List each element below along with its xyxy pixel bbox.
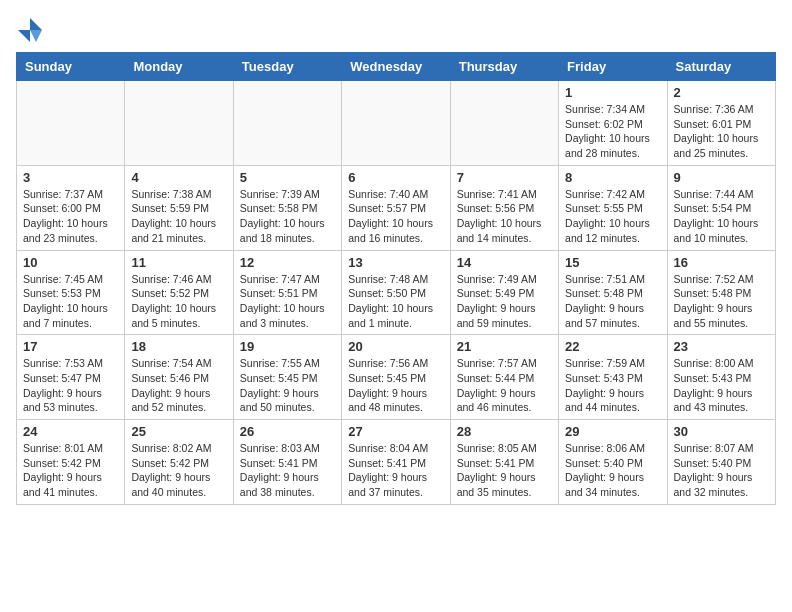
day-number: 14 [457,255,552,270]
day-detail: Sunrise: 7:53 AM Sunset: 5:47 PM Dayligh… [23,356,118,415]
day-number: 5 [240,170,335,185]
day-number: 10 [23,255,118,270]
day-number: 7 [457,170,552,185]
day-detail: Sunrise: 7:44 AM Sunset: 5:54 PM Dayligh… [674,187,769,246]
day-detail: Sunrise: 7:59 AM Sunset: 5:43 PM Dayligh… [565,356,660,415]
calendar-cell: 29Sunrise: 8:06 AM Sunset: 5:40 PM Dayli… [559,420,667,505]
calendar-cell: 9Sunrise: 7:44 AM Sunset: 5:54 PM Daylig… [667,165,775,250]
calendar-cell [450,81,558,166]
weekday-header: Saturday [667,53,775,81]
calendar-cell: 21Sunrise: 7:57 AM Sunset: 5:44 PM Dayli… [450,335,558,420]
day-detail: Sunrise: 7:57 AM Sunset: 5:44 PM Dayligh… [457,356,552,415]
day-number: 27 [348,424,443,439]
day-detail: Sunrise: 8:05 AM Sunset: 5:41 PM Dayligh… [457,441,552,500]
weekday-header: Monday [125,53,233,81]
day-number: 12 [240,255,335,270]
day-detail: Sunrise: 8:04 AM Sunset: 5:41 PM Dayligh… [348,441,443,500]
day-number: 28 [457,424,552,439]
page-header [16,16,776,44]
calendar-cell: 16Sunrise: 7:52 AM Sunset: 5:48 PM Dayli… [667,250,775,335]
calendar-cell: 6Sunrise: 7:40 AM Sunset: 5:57 PM Daylig… [342,165,450,250]
day-number: 3 [23,170,118,185]
day-detail: Sunrise: 7:48 AM Sunset: 5:50 PM Dayligh… [348,272,443,331]
day-number: 13 [348,255,443,270]
calendar-cell: 4Sunrise: 7:38 AM Sunset: 5:59 PM Daylig… [125,165,233,250]
day-detail: Sunrise: 7:38 AM Sunset: 5:59 PM Dayligh… [131,187,226,246]
day-number: 1 [565,85,660,100]
day-number: 24 [23,424,118,439]
calendar-cell [342,81,450,166]
calendar-cell: 24Sunrise: 8:01 AM Sunset: 5:42 PM Dayli… [17,420,125,505]
calendar-cell: 12Sunrise: 7:47 AM Sunset: 5:51 PM Dayli… [233,250,341,335]
calendar-cell: 10Sunrise: 7:45 AM Sunset: 5:53 PM Dayli… [17,250,125,335]
calendar-cell: 5Sunrise: 7:39 AM Sunset: 5:58 PM Daylig… [233,165,341,250]
day-number: 18 [131,339,226,354]
day-number: 15 [565,255,660,270]
logo-icon [16,16,44,44]
calendar-cell: 3Sunrise: 7:37 AM Sunset: 6:00 PM Daylig… [17,165,125,250]
day-number: 25 [131,424,226,439]
day-number: 19 [240,339,335,354]
day-number: 29 [565,424,660,439]
weekday-header: Wednesday [342,53,450,81]
calendar-cell: 22Sunrise: 7:59 AM Sunset: 5:43 PM Dayli… [559,335,667,420]
day-number: 8 [565,170,660,185]
calendar-cell: 19Sunrise: 7:55 AM Sunset: 5:45 PM Dayli… [233,335,341,420]
calendar-week-row: 1Sunrise: 7:34 AM Sunset: 6:02 PM Daylig… [17,81,776,166]
day-number: 6 [348,170,443,185]
day-detail: Sunrise: 7:54 AM Sunset: 5:46 PM Dayligh… [131,356,226,415]
day-number: 4 [131,170,226,185]
day-number: 2 [674,85,769,100]
day-number: 22 [565,339,660,354]
day-number: 20 [348,339,443,354]
calendar-cell [17,81,125,166]
day-number: 9 [674,170,769,185]
day-detail: Sunrise: 7:39 AM Sunset: 5:58 PM Dayligh… [240,187,335,246]
day-detail: Sunrise: 7:49 AM Sunset: 5:49 PM Dayligh… [457,272,552,331]
day-number: 21 [457,339,552,354]
calendar-cell: 1Sunrise: 7:34 AM Sunset: 6:02 PM Daylig… [559,81,667,166]
day-number: 30 [674,424,769,439]
day-detail: Sunrise: 7:56 AM Sunset: 5:45 PM Dayligh… [348,356,443,415]
weekday-header: Friday [559,53,667,81]
weekday-header: Tuesday [233,53,341,81]
day-detail: Sunrise: 7:42 AM Sunset: 5:55 PM Dayligh… [565,187,660,246]
day-detail: Sunrise: 7:40 AM Sunset: 5:57 PM Dayligh… [348,187,443,246]
calendar-cell: 14Sunrise: 7:49 AM Sunset: 5:49 PM Dayli… [450,250,558,335]
calendar-cell: 20Sunrise: 7:56 AM Sunset: 5:45 PM Dayli… [342,335,450,420]
calendar-cell: 7Sunrise: 7:41 AM Sunset: 5:56 PM Daylig… [450,165,558,250]
day-number: 26 [240,424,335,439]
calendar-week-row: 17Sunrise: 7:53 AM Sunset: 5:47 PM Dayli… [17,335,776,420]
calendar-table: SundayMondayTuesdayWednesdayThursdayFrid… [16,52,776,505]
calendar-cell: 28Sunrise: 8:05 AM Sunset: 5:41 PM Dayli… [450,420,558,505]
day-detail: Sunrise: 8:00 AM Sunset: 5:43 PM Dayligh… [674,356,769,415]
calendar-cell: 8Sunrise: 7:42 AM Sunset: 5:55 PM Daylig… [559,165,667,250]
day-detail: Sunrise: 8:02 AM Sunset: 5:42 PM Dayligh… [131,441,226,500]
calendar-cell: 26Sunrise: 8:03 AM Sunset: 5:41 PM Dayli… [233,420,341,505]
day-detail: Sunrise: 7:55 AM Sunset: 5:45 PM Dayligh… [240,356,335,415]
day-detail: Sunrise: 7:51 AM Sunset: 5:48 PM Dayligh… [565,272,660,331]
calendar-week-row: 10Sunrise: 7:45 AM Sunset: 5:53 PM Dayli… [17,250,776,335]
day-number: 17 [23,339,118,354]
calendar-cell: 18Sunrise: 7:54 AM Sunset: 5:46 PM Dayli… [125,335,233,420]
day-number: 11 [131,255,226,270]
calendar-cell: 30Sunrise: 8:07 AM Sunset: 5:40 PM Dayli… [667,420,775,505]
weekday-header-row: SundayMondayTuesdayWednesdayThursdayFrid… [17,53,776,81]
svg-marker-1 [30,30,42,42]
calendar-cell: 13Sunrise: 7:48 AM Sunset: 5:50 PM Dayli… [342,250,450,335]
logo [16,16,48,44]
day-number: 16 [674,255,769,270]
calendar-cell: 17Sunrise: 7:53 AM Sunset: 5:47 PM Dayli… [17,335,125,420]
calendar-cell [125,81,233,166]
day-detail: Sunrise: 8:06 AM Sunset: 5:40 PM Dayligh… [565,441,660,500]
calendar-week-row: 3Sunrise: 7:37 AM Sunset: 6:00 PM Daylig… [17,165,776,250]
day-detail: Sunrise: 8:07 AM Sunset: 5:40 PM Dayligh… [674,441,769,500]
svg-marker-0 [30,18,42,30]
calendar-cell [233,81,341,166]
calendar-cell: 25Sunrise: 8:02 AM Sunset: 5:42 PM Dayli… [125,420,233,505]
weekday-header: Sunday [17,53,125,81]
day-detail: Sunrise: 7:37 AM Sunset: 6:00 PM Dayligh… [23,187,118,246]
day-number: 23 [674,339,769,354]
calendar-cell: 15Sunrise: 7:51 AM Sunset: 5:48 PM Dayli… [559,250,667,335]
day-detail: Sunrise: 7:41 AM Sunset: 5:56 PM Dayligh… [457,187,552,246]
